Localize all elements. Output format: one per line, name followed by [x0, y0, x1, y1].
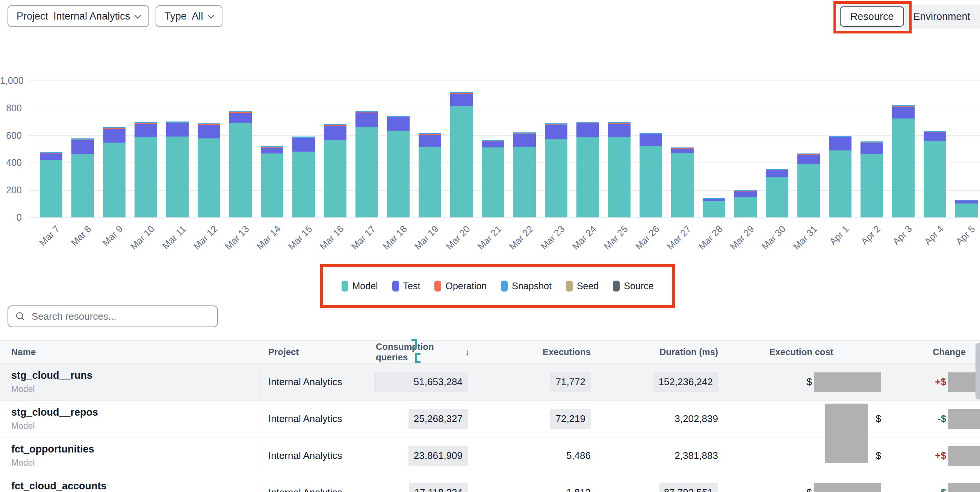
test-segment [418, 135, 441, 147]
duration-value: 152,236,242 [653, 372, 718, 392]
bar-mar-12[interactable] [198, 123, 220, 217]
toggle-resource-button[interactable]: Resource [840, 6, 904, 27]
test-segment [892, 107, 915, 118]
snapshot-segment [829, 136, 851, 137]
operation-swatch-icon [434, 281, 441, 292]
snapshot-segment [40, 152, 62, 153]
legend-item-snapshot[interactable]: Snapshot [501, 281, 552, 292]
bar-mar-27[interactable] [671, 147, 694, 217]
test-segment [671, 149, 694, 153]
cell-change: +$ [883, 364, 980, 400]
legend-item-seed[interactable]: Seed [566, 281, 598, 292]
bar-mar-24[interactable] [576, 122, 599, 217]
table-row-fct_cloud_accounts[interactable]: fct_cloud_accountsModelInternal Analytic… [0, 474, 980, 492]
legend-item-source[interactable]: Source [613, 281, 654, 292]
chart-legend: ModelTestOperationSnapshotSeedSource [320, 264, 675, 308]
model-segment [135, 137, 157, 217]
project-filter-dropdown[interactable]: Project Internal Analytics [8, 5, 149, 27]
test-segment [545, 125, 567, 138]
y-axis-tick-label: 200 [0, 185, 22, 196]
bar-mar-25[interactable] [608, 122, 630, 217]
model-segment [387, 131, 410, 217]
table-header-row: Name Project Consumption queries ↓ Execu… [0, 340, 980, 364]
col-header-consumption-queries[interactable]: Consumption queries ↓ [376, 341, 470, 363]
test-segment [324, 126, 347, 140]
model-segment [955, 203, 978, 217]
test-segment [640, 134, 662, 146]
cell-name: fct_opportunitiesModel [0, 438, 260, 474]
bar-mar-7[interactable] [40, 152, 62, 217]
bar-mar-16[interactable] [324, 124, 347, 217]
bar-mar-8[interactable] [72, 138, 94, 217]
cell-consumption-queries: 25,268,327 [376, 401, 470, 437]
change-value: +$ [935, 376, 946, 388]
snapshot-segment [482, 140, 504, 141]
scrollbar-thumb[interactable] [975, 343, 980, 399]
resource-name-link[interactable]: fct_cloud_accounts [11, 480, 107, 492]
snapshot-segment [924, 131, 946, 132]
resource-name-link[interactable]: stg_cloud__repos [11, 407, 98, 418]
bar-mar-30[interactable] [766, 169, 788, 217]
col-header-project[interactable]: Project [260, 341, 376, 363]
consumption-queries-value: 51,653,284 [374, 372, 468, 392]
col-header-change[interactable]: Change [883, 341, 980, 363]
legend-item-model[interactable]: Model [342, 281, 378, 292]
col-header-execution-cost[interactable]: Execution cost [720, 341, 883, 363]
cell-project: Internal Analytics [260, 438, 376, 474]
bar-mar-31[interactable] [797, 153, 820, 217]
bar-mar-18[interactable] [387, 116, 410, 217]
bar-apr-3[interactable] [892, 105, 915, 217]
search-resources-box[interactable] [8, 305, 218, 327]
resource-type-label: Model [11, 384, 35, 394]
search-input[interactable] [32, 311, 210, 323]
toggle-environment-button[interactable]: Environment [904, 11, 979, 22]
model-segment [861, 154, 883, 217]
bar-apr-1[interactable] [829, 136, 851, 217]
table-row-stg_cloud__runs[interactable]: stg_cloud__runsModelInternal Analytics51… [0, 364, 980, 401]
bar-mar-13[interactable] [229, 111, 252, 217]
snapshot-segment [418, 133, 441, 134]
bar-mar-26[interactable] [640, 133, 662, 217]
model-segment [482, 147, 504, 217]
col-header-executions[interactable]: Executions [470, 341, 594, 363]
col-header-duration[interactable]: Duration (ms) [594, 341, 720, 363]
bar-mar-23[interactable] [545, 123, 567, 217]
bar-mar-11[interactable] [166, 121, 189, 217]
bar-mar-15[interactable] [292, 137, 315, 217]
bar-mar-22[interactable] [513, 133, 536, 217]
type-filter-dropdown[interactable]: Type All [156, 5, 223, 27]
cell-duration: 3,202,839 [594, 401, 720, 437]
bar-apr-2[interactable] [861, 141, 883, 217]
snapshot-segment [608, 122, 630, 123]
col-header-name[interactable]: Name [0, 341, 260, 363]
project-name: Internal Analytics [268, 450, 342, 462]
resource-name-link[interactable]: stg_cloud__runs [11, 370, 92, 382]
bar-mar-29[interactable] [734, 190, 757, 217]
test-segment [924, 133, 946, 141]
bar-mar-20[interactable] [450, 92, 473, 217]
resource-name-link[interactable]: fct_opportunities [11, 444, 94, 455]
bar-apr-4[interactable] [924, 131, 946, 217]
bar-apr-5[interactable] [955, 200, 978, 217]
cell-duration: 152,236,242 [594, 364, 720, 400]
bar-mar-14[interactable] [261, 146, 283, 217]
executions-value: 1,812 [566, 487, 591, 492]
cell-project: Internal Analytics [260, 474, 376, 492]
bar-mar-10[interactable] [135, 122, 157, 217]
legend-item-operation[interactable]: Operation [434, 281, 487, 292]
bar-mar-19[interactable] [418, 133, 441, 217]
model-segment [829, 150, 851, 217]
bar-mar-21[interactable] [482, 140, 504, 217]
bar-mar-17[interactable] [355, 111, 378, 217]
bar-mar-28[interactable] [703, 198, 725, 217]
test-segment [608, 124, 630, 137]
redaction-box-cost [814, 483, 881, 492]
legend-item-test[interactable]: Test [392, 281, 420, 292]
bar-mar-9[interactable] [103, 127, 126, 217]
source-swatch-icon [613, 281, 620, 292]
cell-execution-cost: $ [720, 364, 883, 400]
project-filter-value: Internal Analytics [53, 11, 130, 22]
model-segment [418, 147, 441, 217]
legend-label: Snapshot [512, 281, 552, 292]
consumption-queries-value: 23,861,909 [409, 446, 468, 466]
